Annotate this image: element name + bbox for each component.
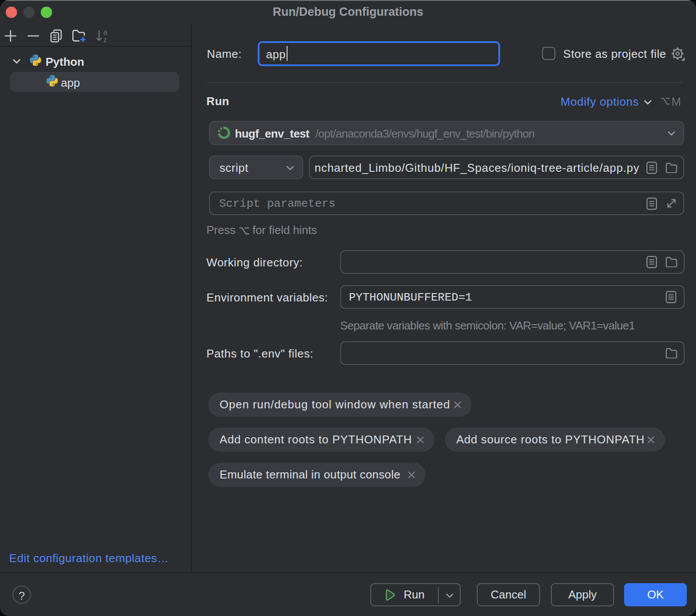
svg-text:a: a [103,29,107,36]
svg-text:z: z [103,36,107,42]
